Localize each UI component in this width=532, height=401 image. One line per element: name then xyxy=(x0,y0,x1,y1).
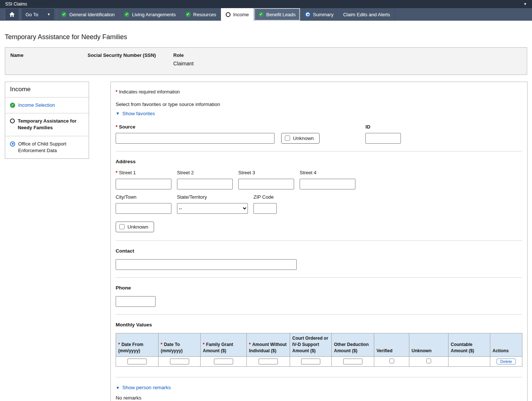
show-favorites-label: Show favorites xyxy=(122,111,155,116)
id-input[interactable] xyxy=(365,133,401,144)
in-progress-icon xyxy=(10,141,15,147)
street2-input[interactable] xyxy=(177,179,233,189)
phone-input[interactable] xyxy=(116,296,156,307)
divider xyxy=(116,314,522,315)
required-asterisk: * xyxy=(116,89,117,95)
caret-down-icon: ▼ xyxy=(47,13,50,16)
unknown-label: Unknown xyxy=(127,224,148,230)
col-actions: Actions xyxy=(490,333,522,356)
completed-check-icon: ✓ xyxy=(10,103,15,108)
verified-checkbox[interactable] xyxy=(389,359,394,363)
home-icon xyxy=(9,12,15,17)
contact-heading: Contact xyxy=(116,248,522,254)
divider xyxy=(116,151,522,151)
col-amount-without: *Amount Without Individual ($) xyxy=(247,333,290,356)
name-value xyxy=(10,61,88,66)
tab-claim-edits-and-alerts[interactable]: Claim Edits and Alerts xyxy=(338,8,395,21)
tab-label: Income xyxy=(233,12,249,17)
completed-check-icon: ✓ xyxy=(124,12,129,17)
date-to-input[interactable] xyxy=(170,359,189,364)
completed-check-icon: ✓ xyxy=(61,12,66,17)
street3-input[interactable] xyxy=(238,179,294,189)
sidebar-item-label: Office of Child Support Enforcement Data xyxy=(18,141,84,154)
source-unknown-checkbox[interactable] xyxy=(285,136,290,141)
source-unknown-box: Unknown xyxy=(281,133,320,144)
tab-label: Summary xyxy=(313,12,334,17)
income-sidebar: Income ✓ Income Selection Temporary Assi… xyxy=(5,82,89,159)
col-countable-amount: Countable Amount ($) xyxy=(449,333,490,356)
person-summary-bar: Name Social Security Number (SSN) Role C… xyxy=(5,47,527,75)
source-input[interactable] xyxy=(116,133,274,144)
page-body: Temporary Assistance for Needy Families … xyxy=(0,33,532,401)
home-button[interactable] xyxy=(5,8,19,21)
contact-input[interactable] xyxy=(116,259,297,270)
tab-summary[interactable]: Summary xyxy=(300,8,338,21)
tab-label: Benefit Leads xyxy=(266,12,296,17)
date-from-input[interactable] xyxy=(127,359,147,364)
tab-living-arrangements[interactable]: ✓ Living Arrangements xyxy=(119,8,181,21)
divider xyxy=(116,240,522,241)
divider xyxy=(116,277,522,278)
city-input[interactable] xyxy=(116,203,171,214)
current-step-radio-icon xyxy=(226,12,231,17)
street2-label: Street 2 xyxy=(177,170,233,175)
street4-input[interactable] xyxy=(300,179,355,189)
sidebar-item-label: Temporary Assistance for Needy Families xyxy=(18,118,84,131)
page-title: Temporary Assistance for Needy Families xyxy=(5,33,527,41)
address-heading: Address xyxy=(116,159,522,164)
ssn-value xyxy=(88,61,173,66)
current-step-radio-icon xyxy=(10,119,15,123)
sidebar-item-label: Income Selection xyxy=(18,102,55,109)
sidebar-item-tanf[interactable]: Temporary Assistance for Needy Families xyxy=(5,113,89,136)
zip-input[interactable] xyxy=(253,203,277,214)
col-verified: Verified xyxy=(374,333,409,356)
address-unknown-checkbox[interactable] xyxy=(119,224,125,229)
tab-label: Claim Edits and Alerts xyxy=(343,12,390,17)
goto-button[interactable]: Go To ▼ xyxy=(21,8,55,21)
other-deduction-input[interactable] xyxy=(343,359,362,364)
tab-income[interactable]: Income xyxy=(221,8,254,21)
amount-without-input[interactable] xyxy=(259,359,278,364)
required-note: Indicates required information xyxy=(119,89,180,95)
in-progress-icon xyxy=(305,12,310,17)
state-label: State/Territory xyxy=(177,194,248,200)
phone-heading: Phone xyxy=(116,285,522,291)
street1-input[interactable] xyxy=(116,179,171,189)
role-value: Claimant xyxy=(173,61,194,66)
state-select[interactable]: -- xyxy=(177,203,248,214)
ssn-label: Social Security Number (SSN) xyxy=(88,52,173,58)
street4-label: Street 4 xyxy=(300,170,355,175)
sidebar-item-income-selection[interactable]: ✓ Income Selection xyxy=(5,97,89,113)
tab-label: Living Arrangements xyxy=(132,12,176,17)
completed-check-icon: ✓ xyxy=(259,12,264,17)
monthly-values-table: *Date From (mm/yyyy) *Date To (mm/yyyy) … xyxy=(116,333,522,367)
col-unknown: Unknown xyxy=(409,333,449,356)
street1-label: Street 1 xyxy=(119,170,136,175)
chevron-down-icon: ▼ xyxy=(116,385,120,390)
nav-tabs: ✓ General Identification ✓ Living Arrang… xyxy=(57,8,395,21)
col-family-grant: *Family Grant Amount ($) xyxy=(201,333,247,356)
goto-label: Go To xyxy=(25,12,38,17)
col-date-from: *Date From (mm/yyyy) xyxy=(116,333,158,356)
collapse-caret-icon[interactable]: ▼ xyxy=(524,2,527,6)
chevron-down-icon: ▼ xyxy=(116,111,120,116)
role-label: Role xyxy=(173,52,194,58)
divider xyxy=(116,377,522,377)
favorites-hint: Select from favorites or type source inf… xyxy=(116,102,522,107)
show-favorites-toggle[interactable]: ▼ Show favorites xyxy=(116,111,155,116)
row-delete-button[interactable]: Delete xyxy=(497,359,516,364)
app-header: SSI Claims ▼ xyxy=(0,0,532,8)
tab-benefit-leads[interactable]: ✓ Benefit Leads xyxy=(254,8,301,21)
tab-label: Resources xyxy=(193,12,216,17)
address-unknown-box: Unknown xyxy=(116,222,154,232)
id-label: ID xyxy=(365,124,401,130)
court-ordered-input[interactable] xyxy=(301,359,320,364)
tab-resources[interactable]: ✓ Resources xyxy=(181,8,221,21)
show-person-remarks-label: Show person remarks xyxy=(122,385,171,390)
tab-general-identification[interactable]: ✓ General Identification xyxy=(57,8,119,21)
sidebar-item-ocse-data[interactable]: Office of Child Support Enforcement Data xyxy=(5,136,89,158)
family-grant-input[interactable] xyxy=(214,359,233,364)
show-person-remarks-toggle[interactable]: ▼ Show person remarks xyxy=(116,385,171,390)
unknown-checkbox[interactable] xyxy=(426,359,431,363)
monthly-values-row: Delete xyxy=(116,356,522,366)
